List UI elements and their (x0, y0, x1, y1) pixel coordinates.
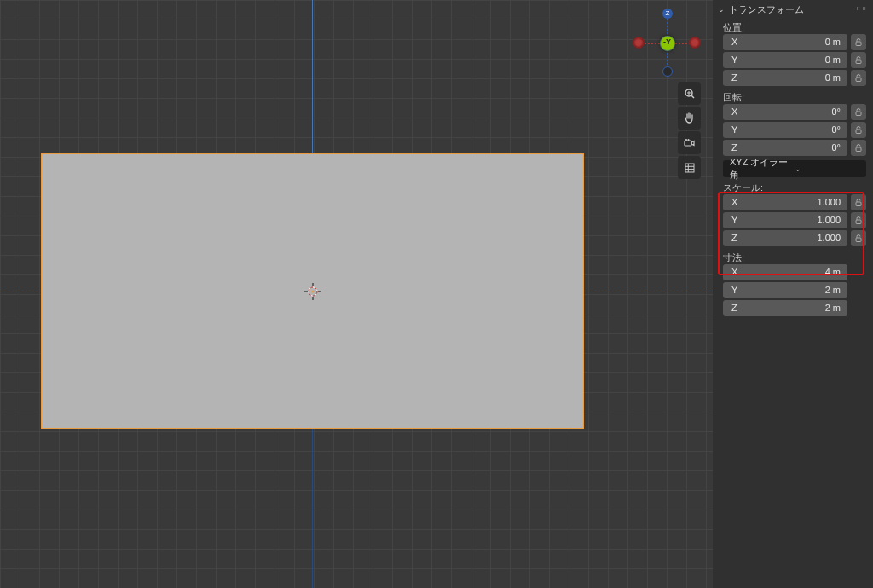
dimensions-x-field[interactable]: X4 m (723, 264, 847, 280)
chevron-down-icon: ⌄ (718, 5, 725, 14)
dimensions-z-field[interactable]: Z2 m (723, 300, 847, 316)
rotation-z-field[interactable]: Z0° (723, 140, 847, 156)
scale-section: スケール: X1.000 Y1.000 Z1.000 (713, 179, 873, 249)
gizmo-z-line-top (667, 19, 668, 37)
dimensions-label: 寸法: (723, 249, 866, 263)
svg-rect-11 (685, 141, 691, 146)
location-section: 位置: X0 m Y0 m Z0 m (713, 19, 873, 89)
rotation-y-field[interactable]: Y0° (723, 122, 847, 138)
svg-rect-26 (856, 220, 861, 224)
svg-rect-14 (685, 164, 694, 172)
svg-rect-27 (856, 238, 861, 242)
rotation-x-field[interactable]: X0° (723, 104, 847, 120)
location-x-lock[interactable] (851, 34, 866, 50)
dimensions-section: 寸法: X4 m Y2 m Z2 m (713, 249, 873, 319)
viewport-3d[interactable]: Z -Y (0, 0, 713, 588)
gizmo-z-pos[interactable]: Z (662, 9, 673, 19)
transform-panel: ⌄ トランスフォーム ⠿⠿ 位置: X0 m Y0 m Z0 m 回転: X0°… (713, 0, 873, 588)
camera-button[interactable] (678, 131, 701, 154)
perspective-button[interactable] (678, 156, 701, 179)
pan-button[interactable] (678, 107, 701, 130)
rotation-section: 回転: X0° Y0° Z0° (713, 89, 873, 159)
panel-header[interactable]: ⌄ トランスフォーム ⠿⠿ (713, 0, 873, 19)
svg-point-12 (685, 139, 687, 141)
dimensions-y-field[interactable]: Y2 m (723, 282, 847, 298)
zoom-button[interactable] (678, 82, 701, 105)
svg-line-8 (691, 95, 694, 98)
scale-label: スケール: (723, 179, 866, 193)
rotation-mode-dropdown[interactable]: XYZ オイラー角 ⌄ (723, 160, 866, 177)
chevron-down-icon: ⌄ (795, 164, 859, 173)
scale-z-field[interactable]: Z1.000 (723, 230, 847, 246)
svg-rect-25 (856, 202, 861, 206)
gizmo-z-neg[interactable] (662, 66, 673, 77)
location-z-lock[interactable] (851, 70, 866, 86)
scale-y-lock[interactable] (851, 212, 866, 228)
svg-rect-20 (856, 60, 861, 64)
svg-point-2 (312, 291, 315, 293)
svg-rect-24 (856, 147, 861, 152)
location-y-lock[interactable] (851, 52, 866, 68)
rotation-z-lock[interactable] (851, 140, 866, 156)
svg-point-13 (687, 139, 689, 141)
orientation-gizmo[interactable]: Z -Y (633, 9, 701, 77)
scale-y-field[interactable]: Y1.000 (723, 212, 847, 228)
location-y-field[interactable]: Y0 m (723, 52, 847, 68)
svg-rect-19 (856, 42, 861, 46)
location-z-field[interactable]: Z0 m (723, 70, 847, 86)
scale-z-lock[interactable] (851, 230, 866, 246)
location-x-field[interactable]: X0 m (723, 34, 847, 50)
gizmo-z-line-bottom (667, 49, 668, 68)
rotation-y-lock[interactable] (851, 122, 866, 138)
drag-handle-icon[interactable]: ⠿⠿ (856, 6, 868, 13)
cursor-3d (304, 283, 321, 300)
svg-point-7 (685, 89, 692, 96)
svg-rect-21 (856, 78, 861, 82)
rotation-label: 回転: (723, 89, 866, 103)
panel-title: トランスフォーム (729, 3, 852, 16)
svg-rect-22 (856, 112, 861, 116)
location-label: 位置: (723, 19, 866, 33)
scale-x-lock[interactable] (851, 194, 866, 210)
gizmo-y[interactable] (660, 36, 675, 51)
view-toolbar (678, 82, 701, 179)
svg-rect-23 (856, 130, 861, 134)
rotation-mode-value: XYZ オイラー角 (730, 156, 795, 182)
scale-x-field[interactable]: X1.000 (723, 194, 847, 210)
rotation-x-lock[interactable] (851, 104, 866, 120)
gizmo-x-pos[interactable] (689, 37, 701, 49)
gizmo-x-neg[interactable] (633, 37, 645, 49)
